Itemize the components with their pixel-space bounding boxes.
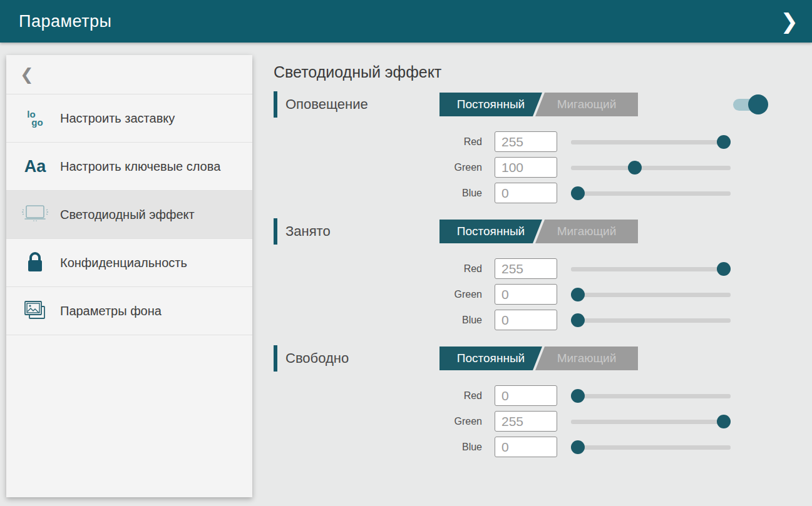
slider-thumb[interactable]: [717, 135, 731, 149]
toggle-knob: [748, 94, 768, 114]
slider-thumb[interactable]: [571, 440, 585, 454]
enable-toggle[interactable]: [733, 94, 768, 114]
background-icon: [20, 299, 50, 323]
sidebar-item-label: Светодиодный эффект: [60, 206, 195, 223]
slider-track: [571, 394, 731, 398]
green-label: Green: [274, 289, 495, 300]
slider-thumb[interactable]: [717, 262, 731, 276]
green-label: Green: [274, 416, 495, 427]
mode-solid-button[interactable]: Постоянный: [439, 347, 542, 370]
blue-slider[interactable]: [571, 186, 731, 201]
section-title: Оповещение: [285, 96, 439, 113]
slider-track: [571, 318, 731, 323]
slider-thumb[interactable]: [571, 313, 585, 327]
sidebar-item-background[interactable]: Параметры фона: [6, 287, 252, 335]
mode-blinking-button[interactable]: Мигающий: [535, 93, 638, 116]
keywords-icon: Aa: [20, 157, 50, 176]
chevron-right-icon[interactable]: ❯: [781, 11, 799, 32]
red-label: Red: [274, 263, 495, 275]
led-section: Занято Постоянный Мигающий Red Green: [274, 218, 768, 330]
mode-segmented-control: Постоянный Мигающий: [439, 347, 638, 370]
page-title: Параметры: [19, 12, 111, 31]
mode-solid-button[interactable]: Постоянный: [439, 93, 542, 116]
red-slider[interactable]: [571, 134, 731, 149]
blue-label: Blue: [274, 315, 495, 326]
slider-track: [571, 166, 731, 170]
red-value-input[interactable]: [495, 385, 557, 406]
chevron-left-icon: ❮: [20, 65, 34, 84]
sidebar-item-label: Конфиденциальность: [60, 255, 187, 271]
slider-thumb[interactable]: [571, 186, 585, 200]
led-effect-icon: [20, 204, 50, 225]
slider-thumb[interactable]: [717, 415, 731, 428]
blue-value-input[interactable]: [495, 183, 557, 203]
green-label: Green: [274, 162, 495, 173]
sidebar-item-label: Настроить заставку: [60, 110, 175, 126]
app-header: Параметры ❯: [0, 0, 812, 43]
green-value-input[interactable]: [495, 284, 557, 305]
mode-blinking-button[interactable]: Мигающий: [535, 347, 638, 370]
blue-value-input[interactable]: [495, 437, 557, 457]
red-label: Red: [274, 390, 495, 402]
red-slider[interactable]: [571, 388, 731, 403]
led-section: Свободно Постоянный Мигающий Red Green: [274, 345, 768, 457]
blue-label: Blue: [274, 442, 495, 453]
slider-track: [571, 191, 731, 196]
led-sections: Оповещение Постоянный Мигающий Red Green: [274, 91, 768, 457]
section-accent-bar: [274, 345, 277, 372]
sidebar-item-privacy[interactable]: Конфиденциальность: [6, 239, 252, 287]
red-value-input[interactable]: [495, 258, 557, 279]
red-slider[interactable]: [571, 261, 731, 276]
section-title: Занято: [285, 223, 439, 240]
red-value-input[interactable]: [495, 131, 557, 152]
sidebar-item-screensaver[interactable]: logo Настроить заставку: [6, 94, 252, 143]
led-effect-panel: Светодиодный эффект Оповещение Постоянны…: [274, 43, 812, 506]
section-title: Свободно: [285, 350, 439, 367]
blue-value-input[interactable]: [495, 310, 557, 330]
sidebar-item-label: Настроить ключевые слова: [60, 158, 220, 175]
slider-track: [571, 140, 731, 144]
green-slider[interactable]: [571, 414, 731, 429]
slider-track: [571, 267, 731, 271]
slider-track: [571, 293, 731, 297]
sidebar-item-led-effect[interactable]: Светодиодный эффект: [6, 191, 252, 239]
sidebar-back-button[interactable]: ❮: [6, 55, 252, 94]
green-value-input[interactable]: [495, 157, 557, 178]
blue-slider[interactable]: [571, 440, 731, 455]
section-accent-bar: [274, 218, 277, 245]
section-accent-bar: [274, 91, 277, 118]
lock-icon: [20, 251, 50, 275]
green-slider[interactable]: [571, 160, 731, 175]
slider-thumb[interactable]: [571, 288, 585, 301]
mode-segmented-control: Постоянный Мигающий: [439, 93, 638, 116]
slider-track: [571, 420, 731, 424]
sidebar-item-keywords[interactable]: Aa Настроить ключевые слова: [6, 143, 252, 191]
panel-title: Светодиодный эффект: [274, 63, 768, 81]
blue-label: Blue: [274, 188, 495, 199]
logo-icon: logo: [20, 110, 50, 127]
led-section: Оповещение Постоянный Мигающий Red Green: [274, 91, 768, 203]
sidebar-item-label: Параметры фона: [60, 303, 162, 319]
settings-sidebar: ❮ logo Настроить заставку Aa Настроить к…: [6, 55, 252, 497]
slider-thumb[interactable]: [628, 161, 642, 175]
mode-solid-button[interactable]: Постоянный: [439, 220, 542, 243]
blue-slider[interactable]: [571, 313, 731, 328]
green-slider[interactable]: [571, 287, 731, 302]
mode-segmented-control: Постоянный Мигающий: [439, 220, 638, 243]
green-value-input[interactable]: [495, 411, 557, 432]
mode-blinking-button[interactable]: Мигающий: [535, 220, 638, 243]
slider-thumb[interactable]: [571, 389, 585, 403]
slider-track: [571, 445, 731, 450]
red-label: Red: [274, 136, 495, 148]
